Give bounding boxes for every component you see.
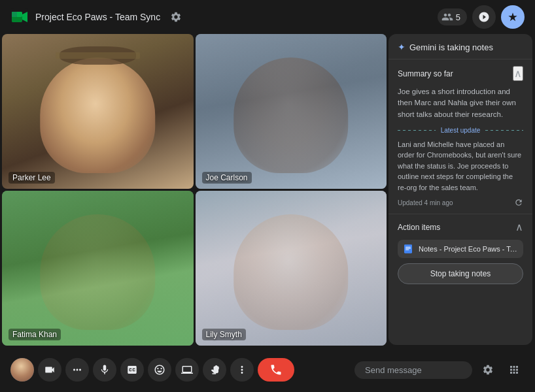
update-line-left — [398, 130, 436, 131]
notes-label: Notes - Project Eco Paws - Team... — [419, 245, 518, 253]
summary-collapse-button[interactable]: ∧ — [513, 66, 523, 81]
gemini-button[interactable] — [501, 5, 525, 29]
summary-section-header: Summary so far ∧ — [398, 66, 523, 81]
camera-button[interactable] — [38, 358, 61, 382]
action-items-header: Action items ∧ — [398, 221, 523, 233]
svg-rect-7 — [406, 247, 411, 248]
captions-button[interactable] — [120, 358, 144, 382]
message-placeholder: Send message — [365, 365, 464, 375]
more-video-options-button[interactable] — [65, 358, 89, 382]
stop-notes-button[interactable]: Stop taking notes — [398, 263, 523, 284]
action-items-collapse-button[interactable]: ∧ — [515, 221, 523, 233]
gemini-panel: ✦ Gemini is taking notes Summary so far … — [388, 34, 532, 345]
video-tile-parker: Parker Lee — [2, 34, 194, 189]
more-options-button[interactable] — [230, 358, 254, 382]
video-tile-joe: Joe Carlson — [196, 34, 387, 189]
action-items-section: Action items ∧ Notes - Project Eco Paws … — [388, 214, 532, 345]
main-content: Parker Lee Joe Carlson Fatima Khan Lily … — [0, 34, 535, 348]
activities-button[interactable] — [472, 5, 496, 29]
top-bar: Project Eco Paws - Team Sync 5 — [0, 0, 535, 34]
video-tile-lily: Lily Smyth — [196, 191, 387, 346]
parker-name: Parker Lee — [9, 172, 55, 184]
top-bar-left: Project Eco Paws - Team Sync — [10, 8, 185, 26]
meeting-settings-button[interactable] — [167, 8, 185, 26]
joe-name: Joe Carlson — [202, 172, 252, 184]
raise-hand-button[interactable] — [203, 358, 226, 382]
svg-rect-8 — [406, 248, 411, 249]
bottom-bar: Send message — [0, 348, 535, 392]
summary-intro-text: Joe gives a short introduction and then … — [398, 86, 523, 120]
video-tile-fatima: Fatima Khan — [2, 191, 194, 346]
video-grid: Parker Lee Joe Carlson Fatima Khan Lily … — [0, 34, 388, 348]
chat-settings-button[interactable] — [477, 359, 498, 380]
svg-rect-6 — [404, 245, 412, 253]
screen-share-button[interactable] — [175, 358, 199, 382]
latest-update-bar: Latest update — [398, 127, 523, 134]
mic-button[interactable] — [93, 358, 116, 382]
summary-title: Summary so far — [398, 69, 453, 78]
refresh-button[interactable] — [514, 198, 523, 207]
user-avatar — [10, 358, 34, 382]
bottom-right-controls: Send message — [294, 359, 525, 380]
apps-button[interactable] — [504, 359, 525, 380]
latest-update-label: Latest update — [438, 127, 483, 134]
emoji-button[interactable] — [148, 358, 171, 382]
message-input-area[interactable]: Send message — [354, 361, 472, 379]
update-time: Updated 4 min ago — [398, 199, 453, 206]
top-bar-right: 5 — [438, 5, 525, 29]
user-avatar-button[interactable] — [10, 358, 34, 382]
update-line-right — [485, 130, 523, 131]
gemini-star-icon: ✦ — [398, 42, 406, 52]
gemini-header: ✦ Gemini is taking notes — [388, 34, 532, 59]
meet-logo — [10, 8, 29, 26]
parker-face — [41, 57, 156, 174]
fatima-name: Fatima Khan — [9, 329, 61, 340]
meeting-title: Project Eco Paws - Team Sync — [35, 12, 160, 22]
summary-update-text: Lani and Michelle have placed an order f… — [398, 139, 523, 193]
svg-rect-5 — [12, 12, 17, 17]
update-footer: Updated 4 min ago — [398, 198, 523, 207]
participants-button[interactable]: 5 — [438, 8, 467, 25]
participant-count: 5 — [456, 12, 460, 22]
notes-doc-icon — [403, 244, 413, 254]
gemini-title: Gemini is taking notes — [409, 42, 493, 52]
action-items-title: Action items — [398, 223, 440, 232]
summary-section: Summary so far ∧ Joe gives a short intro… — [388, 59, 532, 214]
svg-rect-9 — [406, 250, 409, 250]
lily-name: Lily Smyth — [202, 329, 246, 340]
end-call-button[interactable] — [258, 358, 294, 382]
notes-link-item[interactable]: Notes - Project Eco Paws - Team... — [398, 240, 523, 258]
bottom-controls-left — [10, 358, 294, 382]
